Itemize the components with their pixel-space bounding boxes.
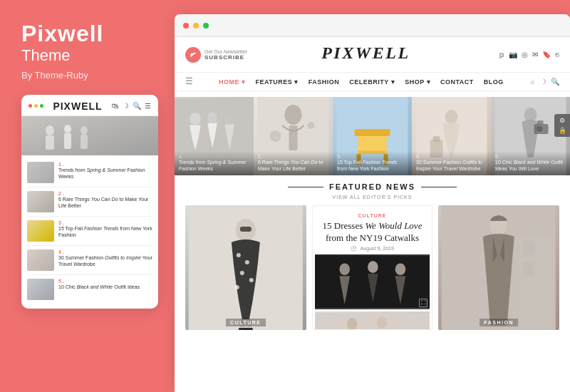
list-item[interactable]: 1 . Trends from Spring & Summer Fashion … (27, 158, 152, 187)
rss-icon[interactable]: ◎ (522, 51, 528, 58)
slide-3-num: 3. (337, 154, 408, 159)
slide-4-title: 30 Summer Fashion Outfits to Inspire You… (416, 159, 487, 172)
sun-icon[interactable]: ☼ (529, 78, 536, 86)
featured-card-left[interactable]: CULTURE (185, 205, 306, 330)
hamburger-icon[interactable]: ☰ (185, 76, 193, 87)
newsletter-badge[interactable]: Get Our Newsletter SUBSCRIBE (185, 47, 247, 63)
mobile-moon-icon: ☽ (123, 102, 129, 110)
svg-point-14 (285, 105, 302, 125)
featured-card-right[interactable]: FASHION (438, 205, 559, 330)
mobile-search-icon[interactable]: 🔍 (133, 102, 141, 110)
site-logo: PIXWELL (254, 41, 492, 68)
svg-point-37 (240, 271, 244, 275)
hero-slider: 1. Trends from Spring & Summer Fashion W… (175, 91, 570, 175)
instagram-icon[interactable]: 📷 (509, 51, 517, 58)
svg-rect-20 (355, 129, 390, 136)
slide-2[interactable]: 2. 6 Rare Things You Can Do to Make Your… (254, 97, 333, 175)
featured-section-title: FEATURED NEWS (329, 182, 415, 191)
nav-item-celebrity[interactable]: CELEBRITY ▾ (349, 78, 395, 86)
browser-chrome (175, 14, 570, 37)
list-item[interactable]: 3 . 15 Top Fall Fashion Trends from New … (27, 217, 152, 246)
header-left: Get Our Newsletter SUBSCRIBE (185, 47, 247, 63)
list-item-number: 3 . (58, 220, 152, 225)
svg-rect-49 (315, 313, 430, 330)
site-header: Get Our Newsletter SUBSCRIBE PIXWELL 𝕡 📷… (175, 37, 570, 73)
site-logo-svg: PIXWELL (316, 41, 430, 63)
mobile-dot-red (28, 104, 32, 108)
svg-point-5 (81, 126, 88, 135)
slide-1-title: Trends from Spring & Summer Fashion Week… (179, 159, 249, 172)
mobile-menu-icon[interactable]: ☰ (145, 102, 151, 110)
featured-card-center[interactable]: CULTURE 15 Dresses We Would Love from th… (312, 205, 433, 330)
slide-2-overlay: 2. 6 Rare Things You Can Do to Make Your… (254, 151, 333, 175)
list-item-thumb (27, 191, 54, 212)
slide-1-overlay: 1. Trends from Spring & Summer Fashion W… (175, 151, 254, 175)
svg-point-10 (207, 112, 217, 123)
svg-rect-4 (64, 133, 71, 149)
svg-rect-23 (358, 136, 387, 150)
brand-subtitle: Theme (21, 46, 104, 65)
slide-4-num: 4. (416, 154, 487, 159)
featured-center-bottom-image: FASHION (315, 311, 430, 330)
nav-item-shop[interactable]: SHOP ▾ (405, 78, 430, 86)
nav-item-contact[interactable]: CONTACT (440, 78, 474, 86)
list-item-thumb (27, 162, 54, 183)
slide-4[interactable]: 4. 30 Summer Fashion Outfits to Inspire … (412, 97, 491, 175)
mobile-dot-green (40, 104, 43, 108)
svg-point-48 (395, 263, 405, 275)
list-item[interactable]: 2 . 6 Rare Things You Can Do to Make You… (27, 187, 152, 217)
featured-center-bottom-svg (315, 311, 430, 330)
mobile-dot-yellow (34, 104, 38, 108)
calendar-icon: 🕐 (351, 246, 357, 251)
featured-center-images: ⛶ FASHION (313, 254, 432, 330)
nav-search-icon[interactable]: 🔍 (551, 78, 559, 86)
nav-item-features[interactable]: FEATURES ▾ (255, 78, 298, 86)
svg-point-31 (537, 126, 543, 132)
pinterest-icon[interactable]: 𝕡 (499, 51, 504, 58)
list-item-text: 4 . 30 Summer Fashion Outfits to Inspire… (58, 249, 152, 267)
list-item-title: Trends from Spring & Summer Fashion Week… (58, 167, 152, 180)
slide-5-overlay: 5. 10 Chic Black and White Outfit Ideas … (491, 151, 570, 175)
slide-1[interactable]: 1. Trends from Spring & Summer Fashion W… (175, 97, 254, 175)
bookmark-icon[interactable]: 🔖 (542, 51, 551, 58)
featured-left-category: CULTURE (185, 314, 306, 327)
nav-menu: HOME ▾ FEATURES ▾ FASHION CELEBRITY ▾ SH… (193, 78, 529, 86)
list-item-thumb (27, 249, 54, 271)
list-item[interactable]: 4 . 30 Summer Fashion Outfits to Inspire… (27, 246, 152, 275)
svg-rect-32 (538, 120, 544, 125)
desktop-preview: Get Our Newsletter SUBSCRIBE PIXWELL 𝕡 📷… (175, 14, 570, 392)
settings-lock-icon: 🔒 (559, 127, 566, 134)
svg-rect-15 (289, 125, 298, 150)
nav-item-blog[interactable]: BLOG (484, 78, 504, 86)
moon-icon[interactable]: ☽ (540, 78, 546, 86)
list-item-title: 6 Rare Things You Can Do to Make Your Li… (58, 196, 152, 209)
featured-subtitle: VIEW ALL EDITOR'S PICKS (185, 195, 559, 200)
featured-right-svg (438, 205, 559, 330)
nav-item-home[interactable]: HOME ▾ (219, 78, 246, 86)
featured-line-left (288, 187, 323, 187)
featured-left-label: CULTURE (226, 319, 265, 326)
svg-point-50 (347, 318, 358, 330)
svg-point-36 (245, 260, 249, 264)
list-item-text: 2 . 6 Rare Things You Can Do to Make You… (58, 191, 152, 209)
svg-rect-58 (524, 262, 534, 277)
list-item[interactable]: 5 . 10 Chic Black and White Outfit Ideas (27, 275, 152, 304)
svg-point-38 (249, 278, 254, 282)
mobile-article-list: 1 . Trends from Spring & Summer Fashion … (21, 155, 158, 306)
mobile-header-icons: 🛍 ☽ 🔍 ☰ (112, 102, 151, 110)
svg-point-11 (224, 113, 234, 124)
svg-rect-0 (21, 116, 158, 155)
nav-item-fashion[interactable]: FASHION (309, 78, 340, 86)
svg-text:PIXWELL: PIXWELL (321, 43, 410, 62)
brand-byline: By Theme-Ruby (21, 70, 104, 81)
share-icon[interactable]: ⎋ (555, 51, 559, 58)
list-item-title: 30 Summer Fashion Outfits to Inspire You… (58, 254, 152, 267)
settings-gear-icon: ⚙ (559, 117, 565, 124)
mobile-cart-icon: 🛍 (112, 102, 119, 110)
list-item-text: 3 . 15 Top Fall Fashion Trends from New … (58, 220, 152, 238)
settings-badge[interactable]: ⚙ 🔒 (554, 114, 570, 137)
slide-3[interactable]: 3. 15 Top Fall Fashion Trends from New Y… (333, 97, 412, 175)
featured-grid: CULTURE CULTURE 15 Dresses We Would Love… (185, 205, 559, 330)
list-item-title: 15 Top Fall Fashion Trends from New York… (58, 225, 152, 238)
envelope-icon[interactable]: ✉ (532, 51, 538, 58)
